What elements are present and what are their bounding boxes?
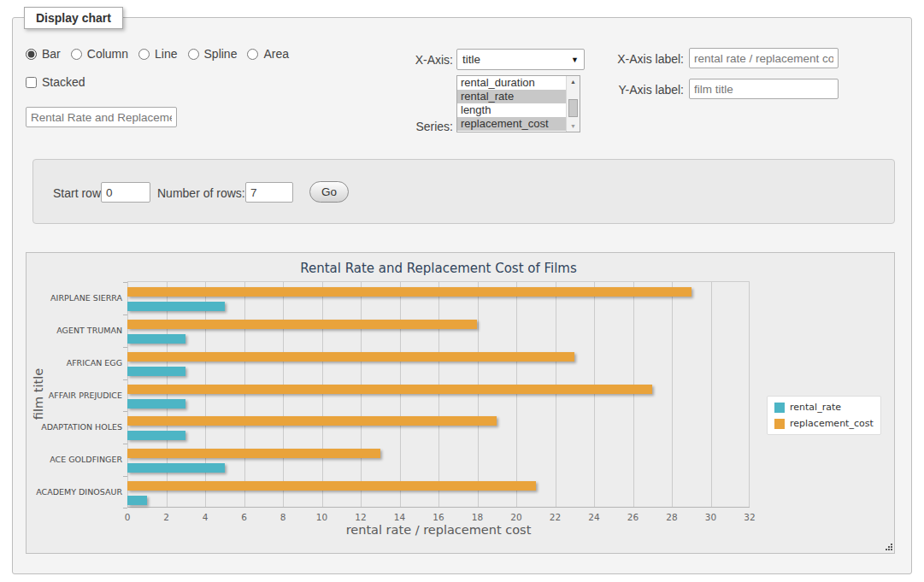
gridline [322,282,323,507]
category-tick [123,476,127,477]
resize-handle-icon[interactable] [883,542,893,552]
x-tick-label: 30 [694,512,728,522]
x-tick-label: 26 [616,512,650,522]
legend-swatch [774,419,785,429]
start-row-input[interactable] [101,182,150,203]
bar-replacement_cost [127,481,536,491]
x-axis-label-label: X-Axis label: [598,52,684,66]
y-axis-label-label: Y-Axis label: [598,83,684,97]
x-tick-label: 24 [577,512,611,522]
radio-bar[interactable] [26,49,37,60]
series-option-replacement_cost[interactable]: replacement_cost [457,117,566,131]
gridline [438,282,439,507]
y-axis-label-input[interactable] [689,79,839,99]
category-tick [123,282,127,283]
x-tick-label: 0 [110,512,144,522]
category-label: AIRPLANE SIERRA [28,293,122,303]
radio-column-label: Column [87,47,128,61]
gridline [167,282,168,507]
legend-swatch [774,403,785,413]
chart-title-input[interactable] [26,107,177,127]
radio-area-label: Area [263,47,289,61]
gridline [633,282,634,507]
scroll-down-icon[interactable]: ▼ [567,121,580,132]
category-tick [123,411,127,412]
gridline [594,282,595,507]
scroll-up-icon[interactable]: ▲ [567,76,580,87]
series-option-rental_rate[interactable]: rental_rate [457,90,566,103]
category-tick [123,444,127,444]
series-listbox[interactable]: rental_durationrental_ratelengthreplacem… [456,75,580,132]
gridline [244,282,245,507]
bar-replacement_cost [127,449,380,458]
category-label: ACADEMY DINOSAUR [28,487,122,497]
radio-area[interactable] [247,49,258,60]
y-axis-title: film title [32,368,45,420]
gridline [400,282,401,507]
x-tick-label: 14 [383,512,417,522]
x-tick-label: 4 [188,512,222,522]
stacked-checkbox[interactable] [26,77,37,88]
radio-column[interactable] [71,49,82,60]
gridline [749,282,750,507]
gridline [516,282,517,507]
x-axis-select-value: title [462,53,480,66]
legend-item-replacement_cost[interactable]: replacement_cost [774,418,874,429]
category-label: ADAPTATION HOLES [28,422,122,432]
gridline [361,282,362,507]
x-tick-label: 32 [733,512,767,522]
plot-area: AIRPLANE SIERRAAGENT TRUMANAFRICAN EGGAF… [127,281,750,508]
category-tick [123,508,127,509]
x-axis-label-input[interactable] [689,48,839,68]
go-button[interactable]: Go [309,181,349,203]
bar-replacement_cost [127,287,692,297]
radio-line-label: Line [155,47,177,61]
listbox-scrollbar[interactable]: ▲ ▼ [566,76,580,132]
x-tick-label: 8 [266,512,300,522]
bar-rental_rate [127,302,225,311]
legend-label: replacement_cost [790,418,874,429]
bar-rental_rate [127,431,185,440]
x-tick-label: 28 [655,512,689,522]
x-tick-label: 2 [150,512,184,522]
series-options: rental_durationrental_ratelengthreplacem… [457,76,566,131]
radio-line[interactable] [138,49,150,60]
num-rows-label: Number of rows: [157,186,245,200]
x-tick-label: 12 [344,512,378,522]
radio-spline[interactable] [188,49,199,60]
bar-rental_rate [127,399,185,409]
category-tick [123,379,127,380]
x-tick-label: 6 [227,512,262,522]
x-tick-label: 22 [539,512,573,522]
bar-replacement_cost [127,352,574,362]
legend-label: rental_rate [790,402,841,413]
x-tick-label: 10 [305,512,339,522]
gridline [556,282,556,507]
chart-legend: rental_ratereplacement_cost [767,396,881,435]
category-tick [123,315,127,315]
bar-rental_rate [127,367,185,376]
bar-replacement_cost [127,385,652,394]
category-tick [123,347,127,348]
radio-bar-label: Bar [42,47,61,61]
num-rows-input[interactable] [245,182,293,203]
bar-replacement_cost [127,416,497,426]
x-axis-title: rental rate / replacement cost [127,523,750,537]
series-option-rental_duration[interactable]: rental_duration [457,76,566,90]
scroll-thumb[interactable] [568,99,578,117]
series-option-length[interactable]: length [457,103,566,117]
bar-rental_rate [127,496,147,505]
chart-panel: Rental Rate and Replacement Cost of Film… [26,252,895,554]
chart-type-radio-group: Bar Column Line Spline Area [26,47,294,61]
bar-rental_rate [127,463,225,473]
gridline [711,282,712,507]
radio-spline-label: Spline [204,47,238,61]
gridline [127,282,128,507]
x-axis-select[interactable]: title ▼ [456,49,585,70]
category-label: AGENT TRUMAN [28,326,122,336]
series-label: Series: [389,120,453,133]
legend-item-rental_rate[interactable]: rental_rate [774,402,874,413]
page: Display chart Bar Column Line Spline Are… [0,0,924,582]
dropdown-arrow-icon: ▼ [571,56,579,64]
category-label: AFRICAN EGG [28,358,122,368]
